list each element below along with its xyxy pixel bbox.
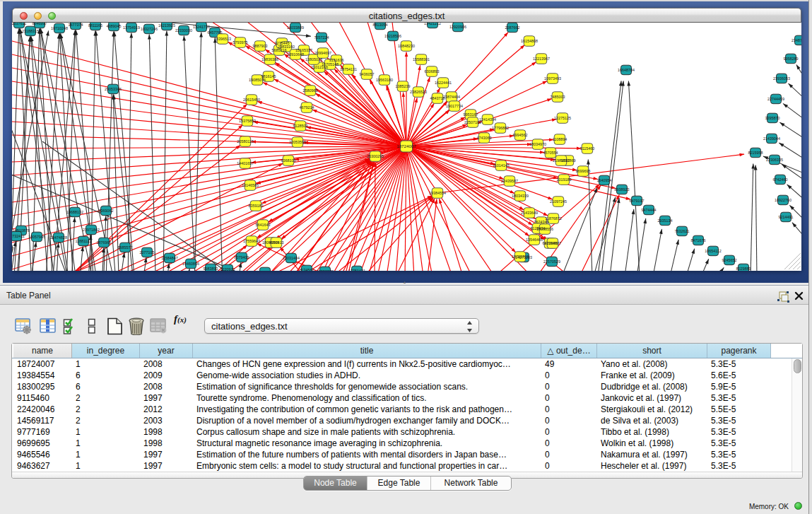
svg-text:20615450: 20615450 xyxy=(243,98,260,102)
svg-text:10973493: 10973493 xyxy=(544,76,561,81)
svg-text:9983893: 9983893 xyxy=(204,267,218,271)
svg-text:9699695: 9699695 xyxy=(576,169,591,173)
svg-text:16705148: 16705148 xyxy=(322,62,339,66)
svg-text:13805018: 13805018 xyxy=(305,57,322,62)
svg-text:6368105: 6368105 xyxy=(281,158,296,163)
svg-text:6457765: 6457765 xyxy=(208,30,223,35)
svg-text:12213967: 12213967 xyxy=(533,57,550,61)
svg-text:4743069: 4743069 xyxy=(477,136,492,140)
svg-text:10710248: 10710248 xyxy=(51,26,68,30)
svg-text:2580963: 2580963 xyxy=(303,88,318,93)
svg-text:9887903: 9887903 xyxy=(253,44,268,48)
svg-text:5793975: 5793975 xyxy=(233,40,248,45)
svg-text:18754131: 18754131 xyxy=(340,67,357,71)
svg-text:17751421: 17751421 xyxy=(348,269,365,271)
svg-text:6479197: 6479197 xyxy=(630,199,645,203)
svg-text:20580115: 20580115 xyxy=(237,139,254,144)
svg-text:23487347: 23487347 xyxy=(792,38,801,42)
svg-text:18922760: 18922760 xyxy=(775,198,792,202)
svg-text:29053346: 29053346 xyxy=(105,87,122,91)
svg-text:6994562: 6994562 xyxy=(513,133,528,137)
svg-text:16396513: 16396513 xyxy=(214,37,231,41)
svg-text:19688132: 19688132 xyxy=(66,210,83,214)
svg-text:1108894: 1108894 xyxy=(553,137,567,141)
svg-text:7632621: 7632621 xyxy=(675,229,690,233)
svg-text:13546466: 13546466 xyxy=(526,238,543,242)
svg-text:15375853: 15375853 xyxy=(239,119,256,123)
svg-text:13910648: 13910648 xyxy=(287,52,304,57)
svg-text:10057945: 10057945 xyxy=(28,235,45,239)
svg-text:6742460: 6742460 xyxy=(773,177,788,182)
svg-text:3677374: 3677374 xyxy=(69,23,83,27)
svg-text:21433649: 21433649 xyxy=(521,211,538,215)
svg-text:6482877: 6482877 xyxy=(12,247,15,251)
svg-text:19218506: 19218506 xyxy=(384,34,401,38)
svg-text:16154808: 16154808 xyxy=(521,39,538,43)
svg-text:8685577: 8685577 xyxy=(118,245,133,250)
svg-text:15588301: 15588301 xyxy=(413,57,430,62)
svg-text:23971842: 23971842 xyxy=(83,228,100,232)
svg-text:1385239: 1385239 xyxy=(396,84,411,88)
svg-text:1019189: 1019189 xyxy=(557,177,572,182)
svg-text:22439587: 22439587 xyxy=(501,179,518,183)
svg-text:9214491: 9214491 xyxy=(779,215,794,219)
svg-text:6128503: 6128503 xyxy=(293,124,308,128)
svg-text:10654112: 10654112 xyxy=(705,249,722,253)
svg-text:25300295: 25300295 xyxy=(367,154,384,158)
svg-text:13146585: 13146585 xyxy=(242,183,259,187)
svg-text:9474444: 9474444 xyxy=(642,208,657,212)
svg-text:23826523: 23826523 xyxy=(410,90,427,94)
svg-text:8938923: 8938923 xyxy=(615,187,630,192)
svg-text:8215958: 8215958 xyxy=(748,151,763,155)
svg-text:18034970: 18034970 xyxy=(529,142,546,146)
svg-text:8359183: 8359183 xyxy=(249,204,264,208)
svg-text:2087662: 2087662 xyxy=(505,25,520,30)
svg-text:23936053: 23936053 xyxy=(773,76,790,81)
svg-text:19098556: 19098556 xyxy=(536,227,553,231)
svg-text:20994697: 20994697 xyxy=(314,51,331,55)
svg-text:21981592: 21981592 xyxy=(553,158,570,163)
svg-text:9245652: 9245652 xyxy=(722,258,737,262)
svg-text:23833160: 23833160 xyxy=(278,45,295,49)
svg-text:17394887: 17394887 xyxy=(544,241,561,245)
svg-text:9816145: 9816145 xyxy=(261,74,276,78)
svg-text:16213925: 16213925 xyxy=(158,23,175,28)
svg-text:13421212: 13421212 xyxy=(424,23,441,25)
svg-text:11584847: 11584847 xyxy=(161,256,178,260)
svg-text:8811165: 8811165 xyxy=(88,23,102,28)
svg-text:10327246: 10327246 xyxy=(141,27,158,31)
svg-text:22330030: 22330030 xyxy=(175,28,192,33)
svg-text:11876872: 11876872 xyxy=(545,216,562,221)
svg-text:4050413: 4050413 xyxy=(269,240,284,245)
svg-text:22570529: 22570529 xyxy=(543,259,560,264)
svg-text:8134562: 8134562 xyxy=(300,268,314,271)
svg-text:4679214: 4679214 xyxy=(300,105,314,110)
svg-text:7485003: 7485003 xyxy=(551,95,565,99)
svg-text:23188315: 23188315 xyxy=(22,29,39,33)
svg-text:13732411: 13732411 xyxy=(12,234,25,238)
svg-text:2876966: 2876966 xyxy=(97,240,112,245)
svg-text:12414394: 12414394 xyxy=(479,117,496,122)
svg-text:18795716: 18795716 xyxy=(512,255,529,259)
svg-text:21439044: 21439044 xyxy=(763,136,780,141)
svg-text:10848230: 10848230 xyxy=(398,44,415,48)
svg-text:11881122: 11881122 xyxy=(75,239,91,243)
svg-text:22474828: 22474828 xyxy=(50,235,67,240)
svg-text:22744459: 22744459 xyxy=(767,97,784,101)
svg-text:9115460: 9115460 xyxy=(580,146,595,151)
svg-text:2935134: 2935134 xyxy=(658,218,673,223)
svg-text:18724007: 18724007 xyxy=(396,144,416,148)
svg-text:16224441: 16224441 xyxy=(435,81,452,85)
svg-text:1640954: 1640954 xyxy=(597,178,612,182)
svg-text:8369062: 8369062 xyxy=(99,209,114,213)
svg-text:18034339: 18034339 xyxy=(512,194,529,198)
svg-text:8029889: 8029889 xyxy=(736,267,751,271)
svg-text:6306893: 6306893 xyxy=(425,69,440,74)
svg-text:19563180: 19563180 xyxy=(376,78,393,82)
svg-text:16033809: 16033809 xyxy=(287,25,304,30)
svg-text:8813054: 8813054 xyxy=(373,23,388,27)
svg-text:19836388: 19836388 xyxy=(261,57,278,62)
svg-text:9958289: 9958289 xyxy=(784,57,799,61)
svg-text:22306335: 22306335 xyxy=(766,158,783,162)
svg-text:5641643: 5641643 xyxy=(256,223,271,227)
